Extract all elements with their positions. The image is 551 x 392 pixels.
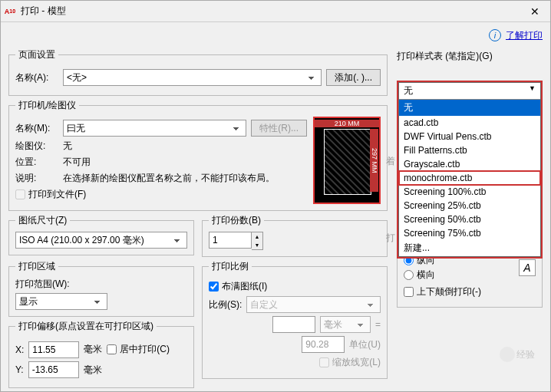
print-to-file-checkbox [15, 189, 25, 199]
dropdown-item[interactable]: Screening 25%.ctb [399, 199, 540, 212]
fit-label: 布满图纸(I) [222, 280, 267, 293]
preview-width-label: 210 MM [315, 120, 379, 127]
upside-checkbox[interactable] [404, 287, 414, 297]
y-offset-input[interactable] [28, 361, 79, 378]
styletable-label: 打印样式表 (笔指定)(G) [397, 50, 543, 63]
chevron-down-icon: ▼ [529, 84, 536, 97]
spin-down-icon[interactable]: ▼ [252, 241, 262, 249]
spin-up-icon[interactable]: ▲ [252, 232, 262, 241]
window-title: 打印 - 模型 [21, 5, 523, 18]
dropdown-item[interactable]: Screening 50%.ctb [399, 212, 540, 226]
x-offset-input[interactable] [28, 341, 79, 358]
scale-lw-checkbox [319, 357, 329, 367]
dropdown-item[interactable]: Screening 75%.ctb [399, 226, 540, 240]
print-range-select[interactable]: 显示 [15, 293, 107, 310]
scale-group: 打印比例 布满图纸(I) 比例(S):自定义 毫米= 单位(U) 缩放线宽(L) [202, 260, 388, 379]
print-dialog: A10 打印 - 模型 ✕ i 了解打印 页面设置 名称(A): <无> 添加(… [0, 0, 551, 392]
y-label: Y: [15, 364, 24, 375]
landscape-radio[interactable] [404, 270, 414, 280]
orientation-icon: A [519, 259, 536, 276]
preview-height-label: 297 MM [370, 129, 378, 192]
dropdown-item[interactable]: Fill Patterns.ctb [399, 143, 540, 157]
scale-unit-select: 毫米 [320, 316, 371, 333]
ratio-label: 比例(S): [209, 298, 242, 311]
dropdown-item[interactable]: DWF Virtual Pens.ctb [399, 130, 540, 143]
copies-spinner[interactable]: ▲▼ [209, 232, 263, 250]
app-icon: A10 [4, 5, 16, 18]
learn-print-link[interactable]: 了解打印 [506, 29, 543, 42]
print-area-legend: 打印区域 [15, 260, 58, 273]
scale-lw-label: 缩放线宽(L) [332, 356, 381, 369]
desc-label: 说明: [15, 172, 58, 185]
fit-checkbox[interactable] [209, 282, 219, 292]
properties-button: 特性(R)... [251, 120, 307, 137]
plotter-label: 绘图仪: [15, 140, 58, 153]
dropdown-item[interactable]: monochrome.ctb [399, 171, 540, 185]
offset-legend: 打印偏移(原点设置在可打印区域) [15, 320, 157, 333]
print-area-group: 打印区域 打印范围(W): 显示 [8, 260, 194, 317]
where-value: 不可用 [63, 156, 91, 169]
titlebar: A10 打印 - 模型 ✕ [1, 1, 550, 22]
unit2-label: 单位(U) [349, 338, 381, 351]
center-label: 居中打印(C) [120, 343, 170, 356]
print-opt-prefix: 打 [386, 232, 395, 245]
scale-legend: 打印比例 [209, 260, 252, 273]
printer-name-label: 名称(M): [15, 122, 58, 135]
range-label: 打印范围(W): [15, 278, 187, 291]
ratio-select: 自定义 [246, 296, 381, 313]
dropdown-item[interactable]: 新建... [399, 240, 540, 256]
page-setup-name-select[interactable]: <无> [63, 69, 322, 86]
dropdown-item[interactable]: Screening 100%.ctb [399, 185, 540, 199]
page-setup-group: 页面设置 名称(A): <无> 添加(. )... [8, 48, 388, 96]
name-label: 名称(A): [15, 71, 58, 84]
watermark-text: 经验 [516, 348, 535, 361]
close-icon[interactable]: ✕ [523, 5, 547, 18]
print-to-file-label: 打印到文件(F) [28, 188, 86, 201]
dropdown-item[interactable]: acad.ctb [399, 116, 540, 130]
offset-group: 打印偏移(原点设置在可打印区域) X:毫米居中打印(C) Y:毫米 [8, 320, 194, 388]
shade-prefix: 着 [386, 155, 395, 168]
copies-group: 打印份数(B) ▲▼ [202, 214, 388, 257]
page-setup-legend: 页面设置 [15, 48, 58, 61]
paper-preview: 210 MM 297 MM [313, 117, 381, 204]
styletable-dropdown[interactable]: 无▼ 无 acad.ctb DWF Virtual Pens.ctb Fill … [398, 82, 541, 257]
y-unit: 毫米 [84, 364, 102, 377]
watermark: 经验 [500, 347, 535, 362]
paper-size-group: 图纸尺寸(Z) ISO A4 (210.00 x 297.00 毫米) [8, 214, 194, 255]
scale-num-input [272, 316, 315, 333]
printer-legend: 打印机/绘图仪 [15, 99, 79, 112]
landscape-label: 横向 [417, 268, 435, 282]
center-checkbox[interactable] [107, 344, 117, 354]
paper-size-select[interactable]: ISO A4 (210.00 x 297.00 毫米) [15, 232, 187, 249]
dropdown-item[interactable]: Grayscale.ctb [399, 157, 540, 171]
styletable-select[interactable]: 无▼ [399, 83, 540, 100]
printer-group: 打印机/绘图仪 名称(M): 曰无 特性(R)... 绘图仪:无 位置:不可用 … [8, 99, 388, 211]
where-label: 位置: [15, 156, 58, 169]
x-unit: 毫米 [84, 343, 102, 356]
printer-name-select[interactable]: 曰无 [63, 120, 246, 137]
paper-size-legend: 图纸尺寸(Z) [15, 214, 70, 227]
dropdown-item[interactable]: 无 [399, 100, 540, 116]
plotter-value: 无 [63, 140, 72, 153]
watermark-icon [500, 347, 515, 362]
x-label: X: [15, 344, 24, 355]
upside-label: 上下颠倒打印(-) [417, 285, 481, 298]
copies-input[interactable] [209, 232, 252, 249]
copies-legend: 打印份数(B) [209, 214, 264, 227]
info-icon[interactable]: i [489, 29, 501, 41]
desc-value: 在选择新的绘图仪配置名称之前，不能打印该布局。 [63, 172, 307, 185]
add-button[interactable]: 添加(. )... [326, 69, 381, 86]
scale-denom-input [302, 336, 345, 353]
